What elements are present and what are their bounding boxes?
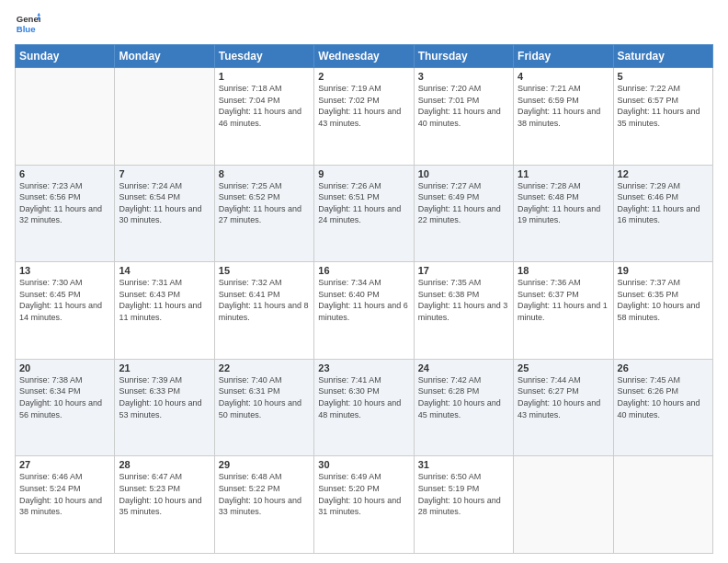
day-info: Sunrise: 7:25 AM Sunset: 6:52 PM Dayligh… bbox=[219, 180, 310, 226]
day-info: Sunrise: 7:19 AM Sunset: 7:02 PM Dayligh… bbox=[318, 83, 409, 129]
day-number: 11 bbox=[518, 168, 609, 179]
day-info: Sunrise: 7:32 AM Sunset: 6:41 PM Dayligh… bbox=[219, 277, 310, 323]
day-number: 1 bbox=[219, 71, 310, 82]
day-number: 29 bbox=[219, 459, 310, 470]
day-number: 4 bbox=[518, 71, 609, 82]
day-number: 16 bbox=[318, 265, 409, 276]
calendar-cell: 9Sunrise: 7:26 AM Sunset: 6:51 PM Daylig… bbox=[314, 165, 414, 262]
day-number: 5 bbox=[618, 71, 709, 82]
logo-icon: General Blue bbox=[15, 11, 40, 37]
calendar-cell: 13Sunrise: 7:30 AM Sunset: 6:45 PM Dayli… bbox=[16, 262, 115, 360]
calendar-cell: 1Sunrise: 7:18 AM Sunset: 7:04 PM Daylig… bbox=[214, 68, 313, 166]
day-number: 26 bbox=[618, 362, 709, 373]
calendar-cell: 25Sunrise: 7:44 AM Sunset: 6:27 PM Dayli… bbox=[514, 359, 613, 456]
calendar-cell: 8Sunrise: 7:25 AM Sunset: 6:52 PM Daylig… bbox=[214, 165, 313, 262]
calendar-cell: 28Sunrise: 6:47 AM Sunset: 5:23 PM Dayli… bbox=[115, 456, 214, 554]
calendar-cell: 15Sunrise: 7:32 AM Sunset: 6:41 PM Dayli… bbox=[214, 262, 313, 360]
calendar-cell bbox=[514, 456, 613, 554]
day-info: Sunrise: 7:44 AM Sunset: 6:27 PM Dayligh… bbox=[518, 374, 609, 420]
day-info: Sunrise: 7:21 AM Sunset: 6:59 PM Dayligh… bbox=[518, 83, 609, 129]
calendar-cell bbox=[16, 68, 115, 166]
day-number: 30 bbox=[318, 459, 409, 470]
logo: General Blue bbox=[15, 11, 40, 37]
calendar-cell: 10Sunrise: 7:27 AM Sunset: 6:49 PM Dayli… bbox=[414, 165, 513, 262]
day-info: Sunrise: 7:23 AM Sunset: 6:56 PM Dayligh… bbox=[19, 180, 110, 226]
day-number: 13 bbox=[19, 265, 110, 276]
calendar-header-day: Saturday bbox=[613, 45, 712, 68]
calendar-cell: 19Sunrise: 7:37 AM Sunset: 6:35 PM Dayli… bbox=[613, 262, 712, 360]
day-number: 14 bbox=[119, 265, 210, 276]
header: General Blue bbox=[15, 11, 713, 37]
day-number: 21 bbox=[119, 362, 210, 373]
calendar-cell: 12Sunrise: 7:29 AM Sunset: 6:46 PM Dayli… bbox=[613, 165, 712, 262]
calendar-cell: 31Sunrise: 6:50 AM Sunset: 5:19 PM Dayli… bbox=[414, 456, 513, 554]
day-number: 9 bbox=[318, 168, 409, 179]
calendar-week-row: 27Sunrise: 6:46 AM Sunset: 5:24 PM Dayli… bbox=[16, 456, 713, 554]
day-info: Sunrise: 6:48 AM Sunset: 5:22 PM Dayligh… bbox=[219, 471, 310, 517]
day-info: Sunrise: 7:22 AM Sunset: 6:57 PM Dayligh… bbox=[618, 83, 709, 129]
day-number: 18 bbox=[518, 265, 609, 276]
day-info: Sunrise: 7:37 AM Sunset: 6:35 PM Dayligh… bbox=[618, 277, 709, 323]
day-info: Sunrise: 7:24 AM Sunset: 6:54 PM Dayligh… bbox=[119, 180, 210, 226]
day-info: Sunrise: 7:20 AM Sunset: 7:01 PM Dayligh… bbox=[418, 83, 509, 129]
calendar-week-row: 6Sunrise: 7:23 AM Sunset: 6:56 PM Daylig… bbox=[16, 165, 713, 262]
svg-text:Blue: Blue bbox=[17, 24, 36, 34]
calendar-cell bbox=[613, 456, 712, 554]
calendar-header-day: Monday bbox=[115, 45, 214, 68]
day-info: Sunrise: 7:36 AM Sunset: 6:37 PM Dayligh… bbox=[518, 277, 609, 323]
calendar-cell bbox=[115, 68, 214, 166]
calendar-week-row: 13Sunrise: 7:30 AM Sunset: 6:45 PM Dayli… bbox=[16, 262, 713, 360]
calendar-cell: 3Sunrise: 7:20 AM Sunset: 7:01 PM Daylig… bbox=[414, 68, 513, 166]
day-number: 27 bbox=[19, 459, 110, 470]
day-info: Sunrise: 6:46 AM Sunset: 5:24 PM Dayligh… bbox=[19, 471, 110, 517]
day-info: Sunrise: 7:29 AM Sunset: 6:46 PM Dayligh… bbox=[618, 180, 709, 226]
day-info: Sunrise: 7:42 AM Sunset: 6:28 PM Dayligh… bbox=[418, 374, 509, 420]
calendar-cell: 20Sunrise: 7:38 AM Sunset: 6:34 PM Dayli… bbox=[16, 359, 115, 456]
day-number: 25 bbox=[518, 362, 609, 373]
calendar-cell: 2Sunrise: 7:19 AM Sunset: 7:02 PM Daylig… bbox=[314, 68, 414, 166]
day-info: Sunrise: 7:40 AM Sunset: 6:31 PM Dayligh… bbox=[219, 374, 310, 420]
calendar-cell: 24Sunrise: 7:42 AM Sunset: 6:28 PM Dayli… bbox=[414, 359, 513, 456]
calendar-cell: 16Sunrise: 7:34 AM Sunset: 6:40 PM Dayli… bbox=[314, 262, 414, 360]
calendar-cell: 4Sunrise: 7:21 AM Sunset: 6:59 PM Daylig… bbox=[514, 68, 613, 166]
calendar-cell: 5Sunrise: 7:22 AM Sunset: 6:57 PM Daylig… bbox=[613, 68, 712, 166]
calendar-table: SundayMondayTuesdayWednesdayThursdayFrid… bbox=[15, 44, 713, 554]
day-info: Sunrise: 7:35 AM Sunset: 6:38 PM Dayligh… bbox=[418, 277, 509, 323]
day-number: 17 bbox=[418, 265, 509, 276]
calendar-cell: 23Sunrise: 7:41 AM Sunset: 6:30 PM Dayli… bbox=[314, 359, 414, 456]
calendar-cell: 17Sunrise: 7:35 AM Sunset: 6:38 PM Dayli… bbox=[414, 262, 513, 360]
calendar-week-row: 20Sunrise: 7:38 AM Sunset: 6:34 PM Dayli… bbox=[16, 359, 713, 456]
day-info: Sunrise: 7:34 AM Sunset: 6:40 PM Dayligh… bbox=[318, 277, 409, 323]
calendar-cell: 22Sunrise: 7:40 AM Sunset: 6:31 PM Dayli… bbox=[214, 359, 313, 456]
calendar-cell: 18Sunrise: 7:36 AM Sunset: 6:37 PM Dayli… bbox=[514, 262, 613, 360]
day-info: Sunrise: 7:18 AM Sunset: 7:04 PM Dayligh… bbox=[219, 83, 310, 129]
day-info: Sunrise: 7:31 AM Sunset: 6:43 PM Dayligh… bbox=[119, 277, 210, 323]
day-number: 20 bbox=[19, 362, 110, 373]
calendar-header-row: SundayMondayTuesdayWednesdayThursdayFrid… bbox=[16, 45, 713, 68]
day-info: Sunrise: 7:38 AM Sunset: 6:34 PM Dayligh… bbox=[19, 374, 110, 420]
day-number: 6 bbox=[19, 168, 110, 179]
calendar-cell: 26Sunrise: 7:45 AM Sunset: 6:26 PM Dayli… bbox=[613, 359, 712, 456]
calendar-header-day: Thursday bbox=[414, 45, 513, 68]
calendar-cell: 29Sunrise: 6:48 AM Sunset: 5:22 PM Dayli… bbox=[214, 456, 313, 554]
day-info: Sunrise: 7:30 AM Sunset: 6:45 PM Dayligh… bbox=[19, 277, 110, 323]
day-number: 24 bbox=[418, 362, 509, 373]
day-info: Sunrise: 7:39 AM Sunset: 6:33 PM Dayligh… bbox=[119, 374, 210, 420]
day-info: Sunrise: 7:27 AM Sunset: 6:49 PM Dayligh… bbox=[418, 180, 509, 226]
day-info: Sunrise: 6:47 AM Sunset: 5:23 PM Dayligh… bbox=[119, 471, 210, 517]
day-number: 12 bbox=[618, 168, 709, 179]
day-number: 23 bbox=[318, 362, 409, 373]
day-number: 15 bbox=[219, 265, 310, 276]
calendar-cell: 14Sunrise: 7:31 AM Sunset: 6:43 PM Dayli… bbox=[115, 262, 214, 360]
day-number: 19 bbox=[618, 265, 709, 276]
calendar-cell: 7Sunrise: 7:24 AM Sunset: 6:54 PM Daylig… bbox=[115, 165, 214, 262]
day-info: Sunrise: 7:26 AM Sunset: 6:51 PM Dayligh… bbox=[318, 180, 409, 226]
svg-text:General: General bbox=[17, 14, 40, 24]
calendar-cell: 6Sunrise: 7:23 AM Sunset: 6:56 PM Daylig… bbox=[16, 165, 115, 262]
day-info: Sunrise: 7:41 AM Sunset: 6:30 PM Dayligh… bbox=[318, 374, 409, 420]
calendar-header-day: Friday bbox=[514, 45, 613, 68]
calendar-cell: 11Sunrise: 7:28 AM Sunset: 6:48 PM Dayli… bbox=[514, 165, 613, 262]
calendar-cell: 27Sunrise: 6:46 AM Sunset: 5:24 PM Dayli… bbox=[16, 456, 115, 554]
calendar-cell: 21Sunrise: 7:39 AM Sunset: 6:33 PM Dayli… bbox=[115, 359, 214, 456]
day-info: Sunrise: 7:45 AM Sunset: 6:26 PM Dayligh… bbox=[618, 374, 709, 420]
